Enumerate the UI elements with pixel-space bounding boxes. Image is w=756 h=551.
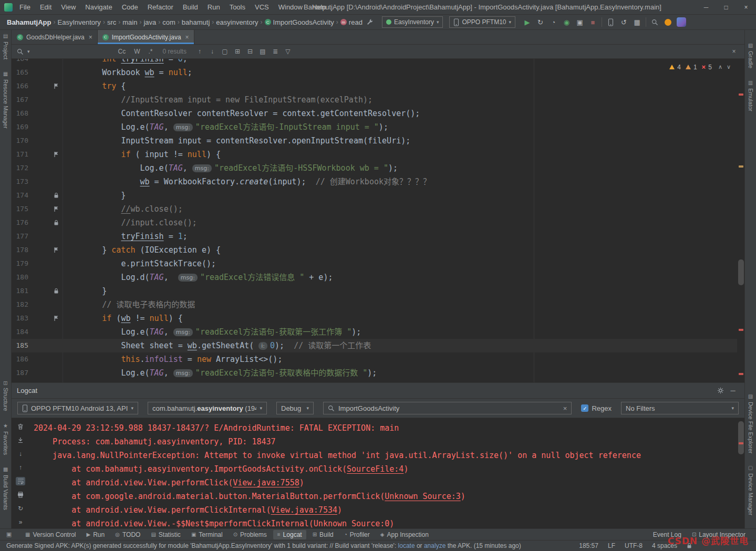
code-line[interactable]: 185 Sheet sheet = wb.getSheetAt( i:0); /…: [12, 339, 737, 352]
tool-window-app-inspection[interactable]: ◈App Inspection: [376, 530, 433, 539]
menu-code[interactable]: Code: [117, 0, 143, 14]
close-find-bar-button[interactable]: ×: [729, 48, 739, 55]
logcat-scrollbar[interactable]: [737, 418, 744, 528]
select-all-occurrences-button[interactable]: ▢: [220, 48, 230, 55]
target-device-select[interactable]: OPPO PFTM10 ▾: [449, 16, 515, 28]
tool-stripe-gradle[interactable]: ▧Gradle: [748, 43, 754, 68]
tool-stripe-resource-manager[interactable]: ▦Resource Manager: [3, 71, 9, 129]
lock-icon[interactable]: [54, 288, 59, 294]
tool-stripe-emulator[interactable]: ▥Emulator: [748, 80, 754, 111]
code-line[interactable]: 180 Log.d(TAG, msg:"readExcel方法错误信息 " + …: [12, 271, 737, 284]
code-line[interactable]: 186 this.infoList = new ArrayList<>();: [12, 352, 737, 366]
code-line[interactable]: 177 tryFinish = 1;: [12, 230, 737, 243]
next-highlight-button[interactable]: ∨: [727, 64, 731, 70]
remove-selection-button[interactable]: ⊟: [245, 48, 255, 55]
tool-stripe-build-variants[interactable]: ▩Build Variants: [3, 466, 9, 510]
code-line[interactable]: 173 wb = WorkbookFactory.create(input); …: [12, 175, 737, 189]
logcat-search-field[interactable]: ImportGoodsActivity ×: [323, 402, 572, 414]
menu-tools[interactable]: Tools: [225, 0, 250, 14]
maximize-button[interactable]: □: [716, 0, 736, 14]
breadcrumb-item-bahamutjapp[interactable]: BahamutjApp: [5, 18, 53, 26]
code-line[interactable]: 187 Log.e(TAG, msg:"readExcel方法语句-获取表格中的…: [12, 366, 737, 380]
breadcrumb-item-com[interactable]: com: [161, 18, 177, 26]
soft-wrap-button[interactable]: [16, 477, 25, 485]
code-line[interactable]: 165 Workbook wb = null;: [12, 66, 737, 79]
code-line[interactable]: 167 //InputStream input = new FileInputS…: [12, 93, 737, 107]
tool-window-run[interactable]: ▶Run: [82, 530, 109, 539]
caret-position-indicator[interactable]: 185:57: [579, 542, 598, 549]
status-link[interactable]: analyze: [424, 542, 446, 549]
log-line[interactable]: java.lang.NullPointerException: Attempt …: [34, 449, 744, 462]
scrollbar-thumb[interactable]: [738, 421, 744, 454]
code-line[interactable]: 171 if ( input != null) {: [12, 148, 737, 161]
restart-logcat-button[interactable]: ↻: [16, 504, 25, 513]
scroll-to-end-button[interactable]: [16, 436, 25, 444]
status-link[interactable]: locate: [398, 542, 415, 549]
menu-navigate[interactable]: Navigate: [80, 0, 117, 14]
code-editor[interactable]: 164 int tryFinish = 0;165 Workbook wb = …: [12, 59, 744, 382]
code-line[interactable]: 174 }: [12, 189, 737, 202]
menu-vcs[interactable]: VCS: [250, 0, 274, 14]
tool-stripe-device-file-explorer[interactable]: ▨Device File Explorer: [748, 393, 754, 453]
menu-edit[interactable]: Edit: [35, 0, 56, 14]
breadcrumb-item-easyinventory[interactable]: EasyInventory: [56, 18, 102, 26]
logcat-device-select[interactable]: OPPO PFTM10 Android 13, API ▾: [17, 402, 138, 414]
match-toggle-w[interactable]: W: [132, 47, 142, 56]
close-tab-icon[interactable]: ×: [185, 34, 189, 41]
tool-window-version-control[interactable]: ▦Version Control: [21, 530, 80, 539]
go-to-end-button[interactable]: ↓: [16, 450, 25, 458]
tool-stripe-structure[interactable]: ⊟Structure: [3, 381, 9, 411]
more-actions-button[interactable]: »: [16, 518, 25, 526]
tool-window-switcher-icon[interactable]: ▣: [4, 531, 14, 538]
code-line[interactable]: 184 Log.e(TAG, msg:"readExcel方法语句-获取第一张工…: [12, 325, 737, 339]
code-line[interactable]: 181 }: [12, 284, 737, 298]
code-line[interactable]: 182 // 读取电子表格内的数据: [12, 298, 737, 311]
log-line[interactable]: at android.view.View.-$$Nest$mperformCli…: [34, 517, 744, 528]
tool-window-logcat[interactable]: ≡Logcat: [273, 530, 306, 539]
breadcrumb-item-bahamutj[interactable]: bahamutj: [180, 18, 211, 26]
profile-button[interactable]: ◔: [547, 16, 560, 28]
flag-icon[interactable]: [54, 206, 59, 212]
code-line[interactable]: 169 Log.e(TAG, msg:"readExcel方法语句-InputS…: [12, 120, 737, 134]
tab-goodsdbhelper-java[interactable]: CGoodsDbHelper.java×: [12, 30, 98, 44]
menu-build[interactable]: Build: [178, 0, 203, 14]
sync-project-button[interactable]: ↺: [617, 16, 630, 28]
code-line[interactable]: 170 InputStream input = contentResolver.…: [12, 134, 737, 148]
tool-window-problems[interactable]: ⊙Problems: [229, 530, 271, 539]
breadcrumb-item-java[interactable]: java: [142, 18, 158, 26]
code-line[interactable]: 172 Log.e(TAG, msg:"readExcel方法语句-HSSFWo…: [12, 161, 737, 175]
notifications-icon[interactable]: [661, 16, 675, 28]
wrench-icon[interactable]: [364, 18, 376, 26]
regex-option[interactable]: ✓ Regex: [581, 404, 612, 412]
stop-button[interactable]: ■: [586, 16, 599, 28]
hide-logcat-panel-button[interactable]: ─: [727, 387, 739, 394]
log-line[interactable]: Process: com.bahamutj.easyinventory, PID…: [34, 435, 744, 449]
code-line[interactable]: 178 } catch (IOException e) {: [12, 243, 737, 257]
tool-window-terminal[interactable]: ▣Terminal: [187, 530, 227, 539]
tool-window-profiler[interactable]: ◔Profiler: [340, 530, 374, 539]
flag-icon[interactable]: [54, 151, 59, 158]
debug-button[interactable]: ◉: [560, 16, 573, 28]
log-line[interactable]: at android.view.View.performClick(View.j…: [34, 476, 744, 490]
status-message[interactable]: Generate Signed APK: APK(s) generated su…: [6, 542, 521, 549]
log-line[interactable]: at com.bahamutj.easyinventory.ImportGood…: [34, 462, 744, 476]
flag-icon[interactable]: [54, 315, 59, 321]
code-line[interactable]: 164 int tryFinish = 0;: [12, 59, 737, 66]
search-history-chevron-icon[interactable]: ▾: [27, 49, 30, 54]
menu-refactor[interactable]: Refactor: [143, 0, 178, 14]
open-results-button[interactable]: ▤: [257, 48, 268, 55]
add-selection-button[interactable]: ⊞: [232, 48, 243, 55]
code-line[interactable]: 168 ContentResolver contentResolver = co…: [12, 107, 737, 120]
run-button[interactable]: ▶: [521, 16, 534, 28]
breadcrumb-item-read[interactable]: mread: [339, 18, 364, 26]
user-avatar[interactable]: [675, 16, 688, 28]
device-manager-button[interactable]: [604, 16, 617, 28]
logcat-output[interactable]: 2024-04-29 23:12:59.988 18437-18437/? E/…: [29, 418, 744, 528]
lock-icon[interactable]: [54, 192, 59, 199]
clear-logcat-button[interactable]: [16, 422, 25, 431]
log-line[interactable]: at com.google.android.material.button.Ma…: [34, 490, 744, 503]
run-configuration-select[interactable]: EasyInventory ▾: [382, 16, 443, 28]
logcat-level-select[interactable]: Debug ▾: [276, 402, 314, 414]
search-options-button[interactable]: ≣: [270, 48, 281, 55]
clear-search-icon[interactable]: ×: [563, 404, 567, 412]
